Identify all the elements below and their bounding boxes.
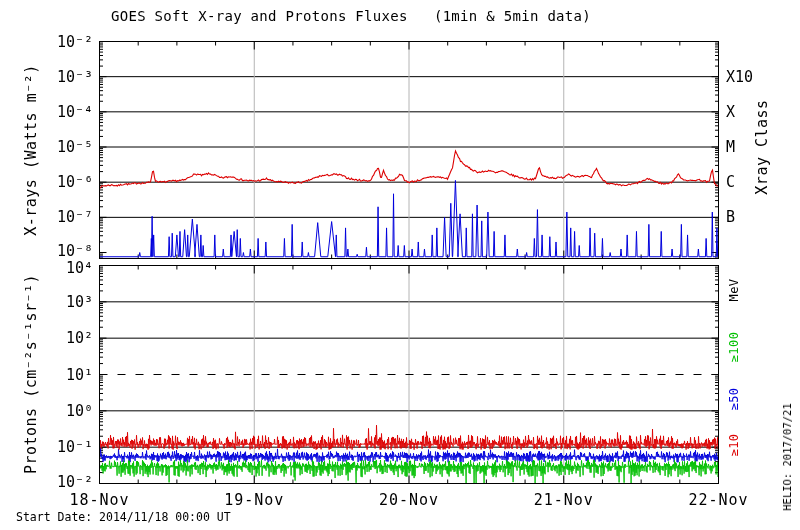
xray-ytick: 10⁻⁸ [38,242,93,260]
xray-class-b: B [726,208,735,226]
proton-axis-title: Protons (cm⁻²s⁻¹sr⁻¹) [22,274,40,474]
xtick-18nov: 18-Nov [69,491,129,509]
helio-watermark: HELIO: 2017/07/21 [781,403,793,510]
proton-ytick: 10¹ [38,366,93,384]
xray-ytick: 10⁻² [38,33,93,51]
proton-ytick: 10⁴ [38,259,93,277]
proton-ytick: 10³ [38,293,93,311]
xray-axis-title: X-rays (Watts m⁻²) [22,64,40,236]
xray-ytick: 10⁻⁶ [38,173,93,191]
legend-ge100: ≥100 [727,332,741,363]
goes-flux-chart: GOES Soft X-ray and Protons Fluxes (1min… [0,0,800,530]
plot-canvas [0,0,800,530]
xtick-19nov: 19-Nov [224,491,284,509]
xray-class-x10: X10 [726,68,753,86]
proton-ytick: 10² [38,329,93,347]
proton-ytick: 10⁻¹ [38,438,93,456]
xray-class-c: C [726,173,735,191]
xray-ytick: 10⁻³ [38,68,93,86]
xray-class-x: X [726,103,735,121]
xtick-22nov: 22-Nov [688,491,748,509]
xray-ytick: 10⁻⁴ [38,103,93,121]
proton-ytick: 10⁻² [38,473,93,491]
proton-ytick: 10⁰ [38,402,93,420]
xtick-20nov: 20-Nov [379,491,439,509]
xray-ytick: 10⁻⁵ [38,138,93,156]
legend-ge10: ≥10 [727,433,741,456]
legend-ge50: ≥50 [727,387,741,410]
xray-class-title: Xray Class [753,99,771,194]
xray-class-m: M [726,138,735,156]
start-date-label: Start Date: 2014/11/18 00:00 UT [16,510,231,524]
xray-ytick: 10⁻⁷ [38,208,93,226]
mev-title: MeV [727,278,741,301]
chart-title: GOES Soft X-ray and Protons Fluxes (1min… [111,8,591,24]
xtick-21nov: 21-Nov [534,491,594,509]
